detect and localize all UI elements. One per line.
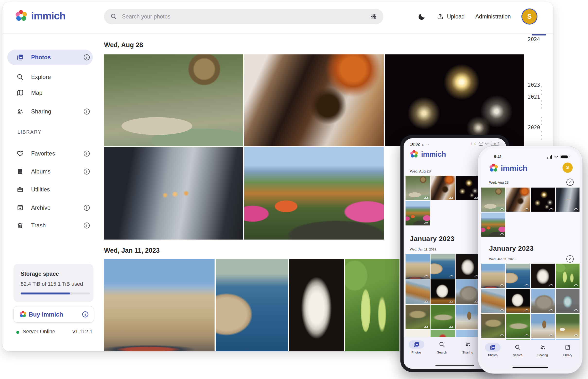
nav-tab-sharing[interactable]: Sharing — [460, 340, 476, 354]
photo-thumbnail[interactable] — [506, 264, 530, 288]
nav-tab-photos[interactable]: Photos — [485, 343, 501, 357]
sidebar-item-trash[interactable]: Trash — [7, 218, 93, 233]
info-icon[interactable] — [83, 222, 90, 229]
nav-tab-library[interactable]: Library — [560, 343, 575, 357]
photo-thumbnail[interactable] — [506, 314, 530, 338]
sidebar-item-explore[interactable]: Explore — [7, 69, 93, 85]
photo-thumbnail[interactable] — [531, 289, 555, 313]
info-icon[interactable] — [83, 168, 90, 175]
photo-thumbnail[interactable] — [104, 147, 243, 239]
month-header: January 2023 — [410, 235, 454, 243]
no-sim-icon: ✕ — [479, 142, 483, 145]
nav-tab-photos[interactable]: Photos — [409, 340, 424, 354]
scrubber-year[interactable]: 2021 — [528, 94, 540, 100]
photo-thumbnail[interactable] — [456, 305, 480, 329]
photo-thumbnail[interactable] — [406, 254, 430, 279]
cloud-backup-icon — [448, 194, 455, 200]
photo-thumbnail[interactable] — [430, 279, 455, 304]
photo-thumbnail[interactable] — [385, 54, 524, 146]
photo-thumbnail[interactable] — [104, 259, 215, 351]
cloud-backup-icon — [548, 332, 555, 338]
immich-logo[interactable]: immich — [15, 10, 65, 22]
photo-thumbnail[interactable] — [506, 188, 530, 212]
photo-thumbnail[interactable] — [456, 254, 480, 279]
scrubber-tick — [541, 139, 542, 140]
photo-thumbnail[interactable] — [289, 259, 344, 351]
scrubber-tick — [541, 94, 542, 95]
photo-thumbnail[interactable] — [244, 54, 384, 146]
sidebar-item-utilities[interactable]: Utilities — [7, 182, 93, 197]
scrubber-year[interactable]: 2020 — [528, 125, 540, 130]
info-icon[interactable] — [83, 108, 90, 115]
nav-label: Photos — [488, 353, 498, 357]
photo-thumbnail[interactable] — [406, 305, 430, 329]
sidebar-item-archive[interactable]: Archive — [7, 200, 93, 216]
photo-thumbnail[interactable] — [481, 289, 505, 313]
photo-thumbnail[interactable] — [430, 254, 455, 279]
cloud-backup-icon — [424, 219, 430, 225]
nav-tab-search[interactable]: Search — [510, 343, 525, 357]
photo-thumbnail[interactable] — [456, 176, 480, 200]
photo-thumbnail[interactable] — [531, 188, 555, 212]
bluetooth-icon: ᛒ — [470, 142, 472, 146]
select-all-check-icon[interactable] — [566, 255, 574, 263]
scrubber-year[interactable]: 2024 — [528, 36, 540, 42]
notification-icon: ▵ — [422, 142, 424, 146]
search-input[interactable]: Search your photos — [104, 9, 383, 24]
photo-thumbnail[interactable] — [406, 201, 430, 225]
photo-thumbnail[interactable] — [506, 289, 530, 313]
photo-thumbnail[interactable] — [430, 305, 455, 329]
home-indicator[interactable] — [513, 367, 548, 368]
photo-thumbnail[interactable] — [481, 213, 505, 237]
info-icon[interactable] — [83, 54, 90, 61]
wifi-icon — [485, 142, 489, 146]
photo-thumbnail[interactable] — [406, 279, 430, 304]
photo-thumbnail[interactable] — [481, 188, 505, 212]
photo-thumbnail[interactable] — [216, 259, 288, 351]
sidebar-item-map[interactable]: Map — [7, 85, 93, 101]
archive-icon — [16, 204, 24, 211]
wifi-icon — [554, 155, 559, 159]
date-group-header: Wed, Aug 28 — [104, 41, 143, 49]
photo-thumbnail[interactable] — [556, 188, 579, 212]
search-filter-icon[interactable] — [370, 13, 377, 20]
sidebar-item-sharing[interactable]: Sharing — [7, 104, 93, 119]
photo-thumbnail[interactable] — [406, 176, 430, 200]
immich-logo: immich — [489, 163, 527, 173]
photo-thumbnail[interactable] — [531, 314, 555, 338]
scrubber-year[interactable]: 2023 — [528, 82, 540, 88]
sidebar-item-albums[interactable]: Albums — [7, 164, 93, 179]
dark-mode-moon-icon[interactable] — [418, 12, 426, 21]
scrubber-position-indicator[interactable] — [532, 34, 546, 35]
nav-tab-sharing[interactable]: Sharing — [535, 343, 550, 357]
administration-link[interactable]: Administration — [475, 13, 511, 20]
server-status-row: Server Online v1.112.1 — [13, 328, 94, 337]
photo-thumbnail[interactable] — [345, 259, 399, 351]
user-avatar[interactable]: S — [562, 162, 573, 173]
sidebar-item-favorites[interactable]: Favorites — [7, 146, 93, 161]
photo-thumbnail[interactable] — [556, 264, 579, 288]
sidebar-label: Favorites — [31, 150, 55, 157]
sidebar-item-photos[interactable]: Photos — [7, 49, 93, 65]
photo-thumbnail[interactable] — [481, 264, 505, 288]
info-icon[interactable] — [82, 311, 89, 318]
photo-thumbnail[interactable] — [556, 314, 579, 338]
photo-thumbnail[interactable] — [244, 147, 384, 239]
server-status-label: Server Online — [23, 329, 55, 335]
photo-thumbnail[interactable] — [531, 264, 555, 288]
home-indicator[interactable] — [435, 365, 474, 366]
photo-thumbnail[interactable] — [456, 279, 480, 304]
user-avatar[interactable]: S — [522, 9, 538, 25]
server-online-dot — [16, 331, 19, 334]
photo-thumbnail[interactable] — [481, 314, 505, 338]
photo-thumbnail[interactable] — [556, 289, 579, 313]
info-icon[interactable] — [83, 204, 90, 211]
nav-tab-search[interactable]: Search — [434, 340, 450, 354]
select-all-check-icon[interactable] — [566, 179, 574, 186]
photo-thumbnail[interactable] — [104, 54, 243, 146]
photo-thumbnail[interactable] — [430, 176, 455, 200]
upload-button[interactable]: Upload — [437, 13, 465, 20]
info-icon[interactable] — [83, 150, 90, 157]
cloud-backup-icon — [573, 205, 579, 212]
buy-immich-button[interactable]: Buy Immich — [13, 306, 94, 323]
